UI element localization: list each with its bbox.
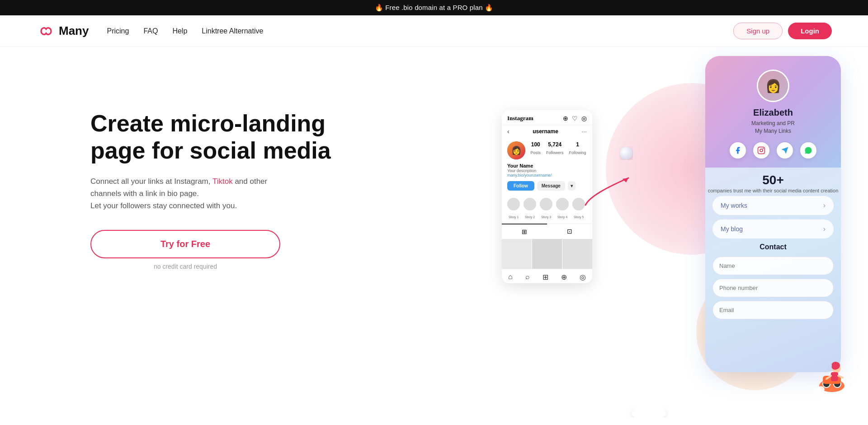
- login-button[interactable]: Login: [788, 23, 832, 39]
- pc-stats-number: 50+: [705, 173, 841, 187]
- ig-grid-cell-3: [562, 239, 592, 269]
- chevron-right-icon: ›: [823, 201, 826, 210]
- ig-header: Instagram ⊕ ♡ ◎: [502, 110, 592, 125]
- pc-stats-section: 50+ companies trust me with their social…: [705, 168, 841, 196]
- pc-contact-title: Contact: [705, 243, 841, 251]
- ig-nav: ‹ username ···: [502, 125, 592, 138]
- whatsapp-icon[interactable]: [800, 142, 816, 159]
- ig-stories: Story 1 Story 2 Story 3 Story 4 Story 5: [502, 194, 592, 224]
- top-banner: 🔥 Free .bio domain at a PRO plan 🔥: [0, 0, 868, 15]
- ig-tab-tag[interactable]: ⊡: [547, 224, 592, 239]
- phone-card-top: 👩 Elizabeth Marketing and PR My Many Lin…: [705, 56, 841, 168]
- rider-decoration: [814, 350, 850, 395]
- ig-followers-stat: 5,724 Followers: [546, 141, 564, 156]
- signup-button[interactable]: Sign up: [733, 23, 783, 39]
- hero-title: Create micro-landing page for social med…: [90, 110, 344, 164]
- ig-home-icon[interactable]: ⌂: [508, 273, 513, 281]
- ig-tabs: ⊞ ⊡: [502, 224, 592, 239]
- ig-bio: Your Name Your description many.bio/your…: [502, 163, 592, 181]
- pc-stats-text: companies trust me with their social med…: [705, 187, 841, 194]
- ig-story-3: Story 3: [540, 198, 552, 220]
- pc-phone-input[interactable]: [712, 279, 834, 297]
- ig-back-icon: ‹: [507, 128, 509, 135]
- pc-myblog-link[interactable]: My blog ›: [712, 220, 834, 238]
- hero-description: Connect all your links at Instagram, Tik…: [90, 175, 344, 212]
- svg-point-17: [651, 404, 664, 416]
- pc-name: Elizabeth: [714, 107, 832, 118]
- ig-story-2: Story 2: [524, 198, 536, 220]
- ig-msg-icon: ◎: [581, 115, 587, 122]
- svg-rect-1: [758, 147, 765, 154]
- hero-section: Create micro-landing page for social med…: [0, 47, 868, 417]
- ig-story-4: Story 4: [556, 198, 569, 220]
- ig-bio-name: Your Name: [507, 163, 587, 168]
- ig-dropdown-button[interactable]: ▾: [568, 181, 576, 191]
- arrow-pointer: [581, 173, 635, 210]
- ig-add-icon: ⊕: [563, 115, 568, 122]
- navbar: Many Pricing FAQ Help Linktree Alternati…: [0, 15, 868, 47]
- ig-grid: [502, 239, 592, 269]
- chevron-right-icon-2: ›: [823, 225, 826, 233]
- try-free-button[interactable]: Try for Free: [90, 230, 280, 258]
- ig-story-1: Story 1: [507, 198, 520, 220]
- instagram-icon[interactable]: [753, 142, 769, 159]
- ig-logo: Instagram: [507, 115, 533, 122]
- pc-role: Marketing and PR My Many Links: [714, 120, 832, 135]
- nav-linktree[interactable]: Linktree Alternative: [202, 27, 263, 35]
- pc-myworks-label: My works: [721, 202, 747, 209]
- logo-text: Many: [59, 24, 89, 38]
- svg-point-18: [620, 147, 632, 159]
- pc-avatar: 👩: [757, 70, 789, 102]
- ig-stats: 100 Posts 5,724 Followers 1 Following: [530, 141, 587, 156]
- cloud-decoration: [628, 397, 669, 417]
- pc-avatar-image: 👩: [758, 71, 788, 101]
- nav-pricing[interactable]: Pricing: [107, 27, 129, 35]
- nav-faq[interactable]: FAQ: [143, 27, 158, 35]
- nav-logo[interactable]: Many: [36, 24, 89, 38]
- hero-right: Instagram ⊕ ♡ ◎ ‹ username ··· 👩 100: [502, 56, 841, 417]
- svg-point-13: [817, 386, 825, 392]
- facebook-icon[interactable]: [730, 142, 746, 159]
- ig-dots-icon: ···: [581, 128, 587, 135]
- phone-card: 👩 Elizabeth Marketing and PR My Many Lin…: [705, 56, 841, 372]
- ig-grid-cell-2: [532, 239, 562, 269]
- ig-grid-cell-1: [502, 239, 532, 269]
- pc-social-icons: [714, 142, 832, 159]
- ig-following-stat: 1 Following: [569, 141, 586, 156]
- pc-myblog-label: My blog: [721, 225, 743, 233]
- svg-rect-9: [831, 372, 838, 381]
- ig-bio-link: many.bio/yourusername/: [507, 173, 587, 177]
- ig-plus-icon[interactable]: ⊞: [542, 273, 548, 281]
- ig-message-button[interactable]: Message: [537, 181, 565, 191]
- ig-follow-button[interactable]: Follow: [507, 181, 534, 191]
- pc-name-input[interactable]: [712, 257, 834, 275]
- nav-help[interactable]: Help: [172, 27, 187, 35]
- ig-shop-icon[interactable]: ⊕: [561, 273, 567, 281]
- hero-left: Create micro-landing page for social med…: [90, 74, 344, 270]
- no-card-text: no credit card required: [90, 263, 280, 270]
- ig-username: username: [533, 128, 558, 135]
- sphere-decoration: [619, 146, 633, 162]
- instagram-mockup: Instagram ⊕ ♡ ◎ ‹ username ··· 👩 100: [502, 110, 592, 283]
- nav-actions: Sign up Login: [733, 23, 832, 39]
- ig-bottom-nav: ⌂ ⌕ ⊞ ⊕ ◎: [502, 269, 592, 283]
- pc-email-input[interactable]: [712, 301, 834, 319]
- pc-myworks-link[interactable]: My works ›: [712, 196, 834, 215]
- ig-heart-icon: ♡: [572, 115, 578, 122]
- ig-header-icons: ⊕ ♡ ◎: [563, 115, 587, 122]
- ig-search-icon[interactable]: ⌕: [525, 273, 530, 281]
- tiktok-highlight: Tiktok: [212, 177, 233, 186]
- nav-links: Pricing FAQ Help Linktree Alternative: [107, 27, 733, 35]
- telegram-icon[interactable]: [777, 142, 793, 159]
- ig-posts-stat: 100 Posts: [530, 141, 541, 156]
- svg-point-2: [760, 149, 763, 152]
- ig-profile: 👩 100 Posts 5,724 Followers 1 Following: [502, 138, 592, 163]
- ig-avatar: 👩: [507, 141, 525, 159]
- ig-actions: Follow Message ▾: [502, 181, 592, 194]
- banner-text: 🔥 Free .bio domain at a PRO plan 🔥: [375, 4, 493, 11]
- ig-bio-desc: Your description: [507, 168, 587, 173]
- svg-point-3: [763, 148, 764, 149]
- pc-links: My works › My blog ›: [705, 196, 841, 238]
- ig-profile-icon[interactable]: ◎: [580, 273, 586, 281]
- ig-tab-grid[interactable]: ⊞: [502, 224, 547, 239]
